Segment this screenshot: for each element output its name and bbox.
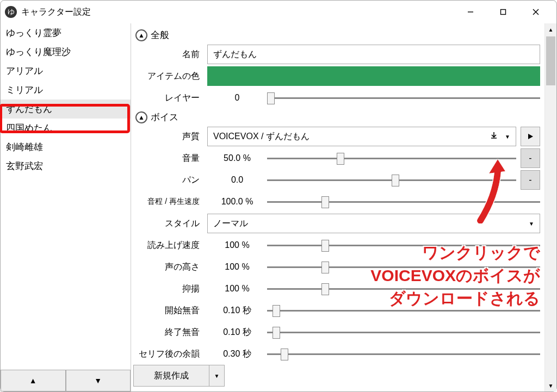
chevron-down-icon: ▼ — [505, 134, 510, 140]
label-pitch-speed: 音程 / 再生速度 — [131, 197, 207, 207]
svg-rect-1 — [501, 10, 506, 15]
row-layer: レイヤー 0 — [131, 87, 544, 109]
label-layer: レイヤー — [131, 92, 207, 104]
value-voice-height: 100 % — [207, 262, 267, 272]
slider-end-silence[interactable] — [267, 322, 540, 342]
chevron-up-icon: ▲ — [135, 111, 147, 123]
slider-volume[interactable] — [267, 148, 516, 168]
sidebar-reorder-controls: ▲ ▼ — [1, 370, 131, 391]
label-start-silence: 開始無音 — [131, 305, 207, 316]
chevron-down-icon: ▼ — [529, 221, 534, 227]
slider-pan[interactable] — [267, 170, 516, 190]
row-start-silence: 開始無音 0.10 秒 — [131, 300, 544, 321]
character-item[interactable]: ゆっくり魔理沙 — [1, 42, 131, 61]
voice-quality-value: VOICEVOX / ずんだもん — [213, 131, 310, 142]
section-general-header[interactable]: ▲ 全般 — [131, 27, 544, 43]
label-end-silence: 終了無音 — [131, 327, 207, 338]
slider-intonation[interactable] — [267, 279, 540, 298]
character-item[interactable]: 四国めたん — [1, 119, 131, 138]
row-intonation: 抑揚 100 % — [131, 278, 544, 300]
scroll-up-icon[interactable]: ▲ — [545, 23, 556, 35]
slider-voice-height[interactable] — [267, 257, 540, 277]
row-voice-height: 声の高さ 100 % — [131, 256, 544, 278]
character-item-selected[interactable]: ずんだもん — [1, 99, 131, 119]
window-title: キャラクター設定 — [21, 7, 91, 18]
value-pitch-speed: 100.0 % — [207, 197, 267, 207]
value-start-silence: 0.10 秒 — [207, 305, 267, 316]
label-voice-height: 声の高さ — [131, 262, 207, 273]
label-name: 名前 — [131, 49, 207, 60]
svg-marker-4 — [528, 134, 533, 139]
label-volume: 音量 — [131, 153, 207, 164]
row-after-line: セリフ後の余韻 0.30 秒 — [131, 343, 544, 365]
section-voice-title: ボイス — [151, 111, 178, 123]
move-up-button[interactable]: ▲ — [1, 370, 66, 391]
label-read-speed: 読み上げ速度 — [131, 240, 207, 251]
character-sidebar: ゆっくり霊夢 ゆっくり魔理沙 アリアル ミリアル ずんだもん 四国めたん 剣崎雌… — [1, 23, 131, 391]
label-style: スタイル — [131, 218, 207, 229]
chevron-up-icon: ▲ — [135, 29, 147, 41]
minimize-button[interactable] — [454, 3, 487, 21]
new-button[interactable]: 新規作成 — [133, 365, 209, 387]
reset-volume-button[interactable]: - — [521, 148, 540, 168]
character-item[interactable]: 剣崎雌雄 — [1, 138, 131, 157]
row-color: アイテムの色 — [131, 65, 544, 87]
slider-start-silence[interactable] — [267, 301, 540, 320]
app-icon: ゆ — [5, 6, 17, 18]
scroll-down-icon[interactable]: ▼ — [545, 379, 556, 391]
character-list: ゆっくり霊夢 ゆっくり魔理沙 アリアル ミリアル ずんだもん 四国めたん 剣崎雌… — [1, 23, 131, 370]
row-pan: パン 0.0 - — [131, 169, 544, 191]
style-combo[interactable]: ノーマル ▼ — [207, 214, 540, 233]
label-color: アイテムの色 — [131, 71, 207, 82]
row-voice-quality: 声質 VOICEVOX / ずんだもん ▼ — [131, 126, 544, 147]
label-quality: 声質 — [131, 131, 207, 142]
new-dropdown-button[interactable]: ▼ — [209, 365, 225, 387]
play-button[interactable] — [521, 127, 540, 146]
maximize-button[interactable] — [487, 3, 519, 21]
row-end-silence: 終了無音 0.10 秒 — [131, 321, 544, 343]
close-button[interactable] — [519, 3, 552, 21]
label-intonation: 抑揚 — [131, 283, 207, 295]
section-voice-header[interactable]: ▲ ボイス — [131, 109, 544, 126]
slider-pitch-speed[interactable] — [267, 192, 540, 211]
value-pan: 0.0 — [207, 175, 267, 185]
value-layer: 0 — [207, 93, 267, 103]
reset-pan-button[interactable]: - — [521, 170, 540, 190]
content-area: ゆっくり霊夢 ゆっくり魔理沙 アリアル ミリアル ずんだもん 四国めたん 剣崎雌… — [1, 23, 556, 391]
character-item[interactable]: 玄野武宏 — [1, 157, 131, 176]
slider-read-speed[interactable] — [267, 235, 540, 255]
bottom-bar: 新規作成 ▼ — [131, 365, 544, 387]
value-volume: 50.0 % — [207, 153, 267, 163]
section-general-title: 全般 — [151, 29, 169, 41]
move-down-button[interactable]: ▼ — [66, 370, 131, 391]
row-read-speed: 読み上げ速度 100 % — [131, 234, 544, 256]
slider-after-line[interactable] — [267, 344, 540, 364]
row-style: スタイル ノーマル ▼ — [131, 213, 544, 234]
scroll-thumb[interactable] — [546, 36, 555, 85]
color-picker[interactable] — [207, 66, 540, 86]
label-pan: パン — [131, 175, 207, 186]
app-window: ゆ キャラクター設定 ゆっくり霊夢 ゆっくり魔理沙 アリアル ミリアル ずんだも… — [0, 0, 557, 392]
window-controls — [454, 3, 552, 21]
slider-layer[interactable] — [267, 88, 540, 108]
label-after-line: セリフ後の余韻 — [131, 349, 207, 360]
vertical-scrollbar[interactable]: ▲ ▼ — [544, 23, 556, 391]
voice-quality-combo[interactable]: VOICEVOX / ずんだもん ▼ — [207, 127, 516, 146]
row-pitch-speed: 音程 / 再生速度 100.0 % — [131, 191, 544, 213]
value-end-silence: 0.10 秒 — [207, 327, 267, 338]
settings-scroll-area: ▲ 全般 名前 アイテムの色 レイヤー 0 — [131, 23, 544, 391]
character-item[interactable]: ゆっくり霊夢 — [1, 23, 131, 42]
download-icon — [490, 131, 498, 142]
value-after-line: 0.30 秒 — [207, 349, 267, 360]
title-bar: ゆ キャラクター設定 — [1, 1, 556, 23]
main-panel: ▲ 全般 名前 アイテムの色 レイヤー 0 — [131, 23, 556, 391]
character-item[interactable]: ミリアル — [1, 80, 131, 99]
character-item[interactable]: アリアル — [1, 61, 131, 80]
value-intonation: 100 % — [207, 284, 267, 294]
style-value: ノーマル — [213, 218, 248, 229]
row-volume: 音量 50.0 % - — [131, 147, 544, 169]
row-name: 名前 — [131, 43, 544, 65]
value-read-speed: 100 % — [207, 240, 267, 250]
scroll-track[interactable] — [545, 35, 556, 379]
name-input[interactable] — [207, 45, 540, 64]
